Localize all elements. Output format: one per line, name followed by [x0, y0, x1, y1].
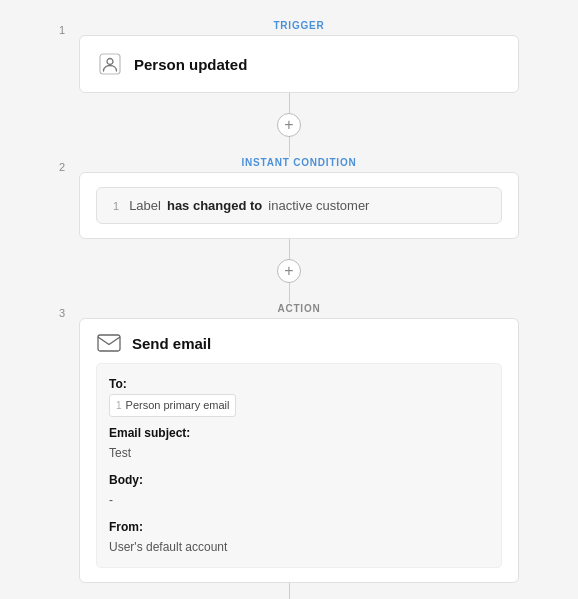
to-value: 1 Person primary email: [109, 394, 489, 417]
to-tag-text: Person primary email: [126, 396, 230, 415]
action-header: Send email: [96, 333, 502, 353]
step-3-type-label: ACTION: [277, 303, 320, 314]
bottom-connector-line: [289, 583, 290, 599]
trigger-card[interactable]: Person updated: [79, 35, 519, 93]
step-2-row: 2 INSTANT CONDITION 1 Label has changed …: [59, 157, 519, 239]
connector-1: +: [277, 93, 301, 157]
body-label: Body:: [109, 470, 489, 490]
trigger-title: Person updated: [134, 56, 247, 73]
connector-line-top-1: [289, 93, 290, 113]
condition-operator: has changed to: [167, 198, 262, 213]
step-3-number: 3: [59, 307, 71, 319]
step-1-number: 1: [59, 24, 71, 36]
bottom-connector: [289, 583, 290, 599]
subject-label: Email subject:: [109, 423, 489, 443]
action-details: To: 1 Person primary email Email subject…: [96, 363, 502, 568]
step-2-card-wrapper: INSTANT CONDITION 1 Label has changed to…: [79, 157, 519, 239]
from-value: User's default account: [109, 537, 489, 557]
connector-line-bottom-2: [289, 283, 290, 303]
connector-line-bottom-1: [289, 137, 290, 157]
condition-value: inactive customer: [268, 198, 369, 213]
from-label: From:: [109, 517, 489, 537]
step-1-type-label: TRIGGER: [273, 20, 324, 31]
condition-key: Label: [129, 198, 161, 213]
person-icon: [96, 50, 124, 78]
step-3-row: 3 ACTION Send email To:: [59, 303, 519, 583]
subject-value: Test: [109, 443, 489, 463]
action-title: Send email: [132, 335, 211, 352]
condition-card[interactable]: 1 Label has changed to inactive customer: [79, 172, 519, 239]
svg-point-1: [107, 59, 113, 65]
step-1-row: 1 TRIGGER Person updated: [59, 20, 519, 93]
add-step-button-1[interactable]: +: [277, 113, 301, 137]
step-2-type-label: INSTANT CONDITION: [241, 157, 356, 168]
step-2-number: 2: [59, 161, 71, 173]
add-step-button-2[interactable]: +: [277, 259, 301, 283]
connector-2: +: [277, 239, 301, 303]
step-3-card-wrapper: ACTION Send email To:: [79, 303, 519, 583]
condition-inner: 1 Label has changed to inactive customer: [96, 187, 502, 224]
step-3-wrapper: 3 ACTION Send email To:: [0, 303, 578, 583]
svg-rect-2: [98, 335, 120, 351]
connector-line-top-2: [289, 239, 290, 259]
step-2-wrapper: 2 INSTANT CONDITION 1 Label has changed …: [0, 157, 578, 239]
body-value: -: [109, 490, 489, 510]
step-1-wrapper: 1 TRIGGER Person updated: [0, 20, 578, 93]
action-card[interactable]: Send email To: 1 Person primary email Em…: [79, 318, 519, 583]
envelope-icon: [96, 333, 122, 353]
to-label: To:: [109, 374, 489, 394]
step-1-card-wrapper: TRIGGER Person updated: [79, 20, 519, 93]
to-tag: 1 Person primary email: [109, 394, 236, 417]
condition-num: 1: [113, 200, 119, 212]
to-tag-num: 1: [116, 397, 122, 414]
workflow-container: 1 TRIGGER Person updated +: [0, 0, 578, 599]
